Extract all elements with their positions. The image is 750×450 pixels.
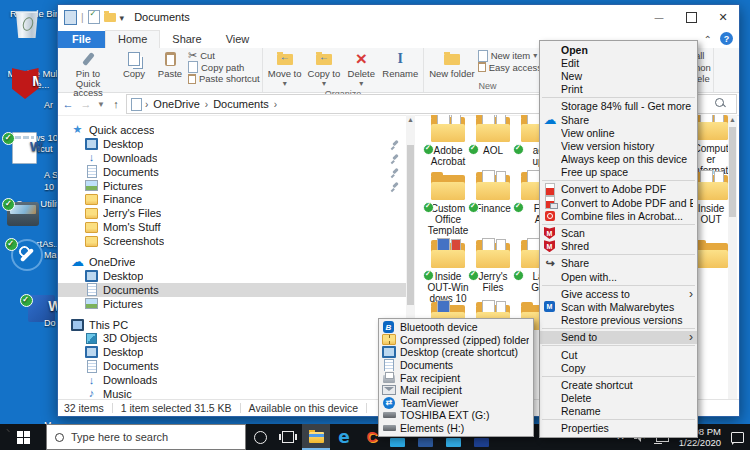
nav-item[interactable]: OneDrive: [58, 255, 406, 269]
nav-item[interactable]: Desktop: [58, 137, 406, 151]
context-menu-item[interactable]: Open: [540, 43, 697, 56]
desktop-icon-label-partial[interactable]: 10: [44, 182, 57, 192]
nav-item[interactable]: Pictures: [58, 179, 406, 193]
recent-locations-chevron-icon[interactable]: ▼: [96, 100, 106, 109]
context-menu-item[interactable]: Scan with Malwarebytes: [540, 300, 697, 313]
nav-item[interactable]: Pictures: [58, 297, 406, 311]
tab-file[interactable]: File: [58, 31, 105, 48]
context-menu-item[interactable]: Combine files in Acrobat...: [540, 209, 697, 222]
nav-item[interactable]: Documents: [58, 283, 406, 297]
send-to-menu-item[interactable]: Mail recipient: [379, 384, 533, 397]
system-menu-icon[interactable]: [64, 10, 77, 25]
scroll-up-icon[interactable]: ▲: [406, 116, 415, 123]
send-to-menu-item[interactable]: Documents: [379, 359, 533, 372]
context-menu-item[interactable]: New: [540, 69, 697, 82]
nav-item[interactable]: This PC: [58, 318, 406, 332]
copy-button[interactable]: Copy: [116, 49, 152, 80]
nav-item[interactable]: Desktop: [58, 269, 406, 283]
nav-item[interactable]: Mom's Stuff: [58, 220, 406, 234]
taskbar-app-icon-partial[interactable]: [446, 438, 461, 447]
help-icon[interactable]: ?: [720, 32, 733, 45]
cortana-button[interactable]: [246, 424, 274, 450]
forward-button[interactable]: →: [78, 98, 94, 110]
context-menu-item[interactable]: Send to: [540, 331, 697, 344]
desktop-icon-label-partial[interactable]: A S: [44, 170, 57, 180]
nav-item[interactable]: Downloads: [58, 151, 406, 165]
nav-item[interactable]: 3D Objects: [58, 331, 406, 345]
close-button[interactable]: [707, 5, 739, 29]
up-button[interactable]: ↑: [108, 98, 124, 110]
context-menu-item[interactable]: Free up space: [540, 166, 697, 179]
context-menu-item[interactable]: Edit: [540, 56, 697, 69]
taskbar-search-input[interactable]: Type here to search: [46, 424, 246, 450]
scrollbar-thumb[interactable]: [407, 145, 414, 305]
move-to-button[interactable]: Move to: [265, 49, 305, 89]
context-menu-item[interactable]: Rename: [540, 405, 697, 418]
new-folder-qat-icon[interactable]: [104, 13, 116, 22]
context-menu-item[interactable]: Convert to Adobe PDF: [540, 183, 697, 196]
nav-item[interactable]: Quick access: [58, 123, 406, 137]
maximize-button[interactable]: [675, 5, 707, 29]
file-explorer-taskbar-button[interactable]: [302, 424, 330, 450]
properties-qat-icon[interactable]: [88, 10, 100, 24]
send-to-menu-item[interactable]: Bluetooth device: [379, 321, 533, 334]
context-menu-item[interactable]: Storage 84% full - Get more: [540, 100, 697, 113]
context-menu-item[interactable]: View online: [540, 126, 697, 139]
taskbar-app-icon-partial[interactable]: [474, 438, 489, 447]
rename-button[interactable]: Rename: [379, 49, 421, 80]
nav-item[interactable]: Downloads: [58, 373, 406, 387]
customize-qat-chevron-icon[interactable]: [120, 11, 125, 23]
context-menu-item[interactable]: Share: [540, 257, 697, 270]
action-center-icon[interactable]: [731, 432, 744, 443]
context-menu-item[interactable]: Scan: [540, 226, 697, 239]
copy-to-button[interactable]: Copy to: [305, 49, 344, 89]
cut-button[interactable]: Cut: [188, 50, 260, 62]
context-menu-item[interactable]: Restore previous versions: [540, 314, 697, 327]
desktop-icon-label-partial[interactable]: Do: [44, 318, 57, 328]
scroll-up-icon[interactable]: ▲: [728, 116, 737, 123]
paste-shortcut-button[interactable]: Paste shortcut: [188, 73, 260, 85]
back-button[interactable]: ←: [60, 98, 76, 110]
context-menu-item[interactable]: Copy: [540, 361, 697, 374]
paste-button[interactable]: Paste: [152, 49, 188, 80]
nav-item[interactable]: Desktop: [58, 345, 406, 359]
breadcrumb-documents[interactable]: Documents: [211, 98, 271, 110]
context-menu-item[interactable]: Share: [540, 113, 697, 126]
context-menu-item[interactable]: View version history: [540, 139, 697, 152]
context-menu-item[interactable]: Give access to: [540, 287, 697, 300]
send-to-menu-item[interactable]: Fax recipient: [379, 371, 533, 384]
copy-path-button[interactable]: Copy path: [188, 62, 260, 74]
nav-item[interactable]: Finance: [58, 192, 406, 206]
context-menu-item[interactable]: Print: [540, 83, 697, 96]
context-menu-item[interactable]: Always keep on this device: [540, 153, 697, 166]
pin-to-quick-access-button[interactable]: Pin to Quick access: [60, 49, 116, 99]
scrollbar-thumb[interactable]: [729, 127, 736, 217]
minimize-button[interactable]: [643, 5, 675, 29]
tab-home[interactable]: Home: [105, 30, 160, 48]
context-menu-item[interactable]: Convert to Adobe PDF and EMail: [540, 196, 697, 209]
taskbar-app-icon-partial[interactable]: [390, 438, 405, 447]
tab-share[interactable]: Share: [160, 31, 213, 48]
tab-view[interactable]: View: [214, 31, 262, 48]
collapse-ribbon-icon[interactable]: [704, 33, 712, 45]
taskbar-app-icon-partial[interactable]: [418, 438, 433, 447]
nav-item[interactable]: Screenshots: [58, 234, 406, 248]
edge-taskbar-button[interactable]: [330, 424, 358, 450]
send-to-menu-item[interactable]: Desktop (create shortcut): [379, 346, 533, 359]
task-view-button[interactable]: [274, 424, 302, 450]
context-menu-item[interactable]: Open with...: [540, 270, 697, 283]
send-to-menu-item[interactable]: Elements (H:): [379, 422, 533, 435]
desktop-icon-label-partial[interactable]: Ar: [44, 100, 57, 110]
context-menu-item[interactable]: Shred: [540, 240, 697, 253]
nav-item[interactable]: Documents: [58, 359, 406, 373]
context-menu-item[interactable]: Cut: [540, 348, 697, 361]
send-to-menu-item[interactable]: TeamViewer: [379, 397, 533, 410]
breadcrumb[interactable]: OneDrive Documents: [126, 94, 555, 114]
files-scrollbar[interactable]: ▲: [728, 115, 737, 400]
context-menu-item[interactable]: Create shortcut: [540, 378, 697, 391]
context-menu-item[interactable]: Properties: [540, 422, 697, 435]
nav-item[interactable]: Documents: [58, 165, 406, 179]
send-to-menu-item[interactable]: Compressed (zipped) folder: [379, 334, 533, 347]
breadcrumb-onedrive[interactable]: OneDrive: [151, 98, 201, 110]
context-menu-item[interactable]: Delete: [540, 392, 697, 405]
